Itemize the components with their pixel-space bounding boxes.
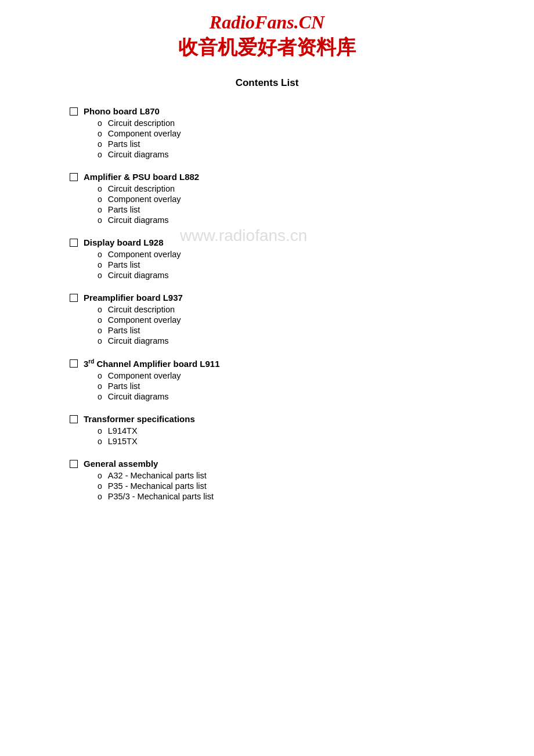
item-text: Parts list (108, 381, 140, 391)
item-text: Circuit description (108, 184, 175, 193)
item-text: Circuit diagrams (108, 392, 169, 401)
list-item: oL914TX (98, 426, 499, 435)
item-text: Parts list (108, 139, 140, 149)
list-item: oCircuit diagrams (98, 271, 499, 280)
item-text: Component overlay (108, 195, 181, 204)
checkbox-icon-phono (70, 107, 78, 116)
checkbox-icon-transformer (70, 415, 78, 423)
item-text: Parts list (108, 205, 140, 214)
bullet-icon: o (98, 381, 102, 391)
list-item: oA32 - Mechanical parts list (98, 471, 499, 480)
checkbox-icon-amplifier (70, 173, 78, 181)
page-header: RadioFans.CN 收音机爱好者资料库 (0, 0, 534, 67)
list-item: oParts list (98, 205, 499, 214)
item-text: L915TX (108, 437, 138, 446)
bullet-icon: o (98, 305, 102, 314)
section-title-phono: Phono board L870 (84, 106, 160, 116)
site-title-cn: 收音机爱好者资料库 (0, 34, 534, 61)
section-3rd-channel: 3rd Channel Amplifier board L911 oCompon… (70, 358, 499, 401)
bullet-icon: o (98, 139, 102, 149)
bullet-icon: o (98, 326, 102, 335)
list-item: oParts list (98, 260, 499, 269)
sub-list-general-assembly: oA32 - Mechanical parts list oP35 - Mech… (70, 471, 499, 501)
section-header-amplifier: Amplifier & PSU board L882 (70, 172, 499, 182)
section-header-phono: Phono board L870 (70, 106, 499, 116)
bullet-icon: o (98, 260, 102, 269)
item-text: Component overlay (108, 129, 181, 138)
list-item: oCircuit diagrams (98, 150, 499, 159)
item-text: Parts list (108, 260, 140, 269)
section-title-3rd-channel: 3rd Channel Amplifier board L911 (84, 358, 220, 369)
section-header-preamplifier: Preamplifier board L937 (70, 293, 499, 303)
bullet-icon: o (98, 315, 102, 325)
page-title: Contents List (0, 77, 534, 89)
bullet-icon: o (98, 129, 102, 138)
section-transformer: Transformer specifications oL914TX oL915… (70, 414, 499, 446)
sub-list-transformer: oL914TX oL915TX (70, 426, 499, 446)
bullet-icon: o (98, 426, 102, 435)
site-title-en: RadioFans.CN (0, 12, 534, 33)
item-text: Parts list (108, 326, 140, 335)
section-header-general-assembly: General assembly (70, 459, 499, 469)
sub-list-phono: oCircuit description oComponent overlay … (70, 118, 499, 159)
list-item: oL915TX (98, 437, 499, 446)
checkbox-icon-3rd-channel (70, 359, 78, 368)
section-phono-board: Phono board L870 oCircuit description oC… (70, 106, 499, 159)
bullet-icon: o (98, 371, 102, 380)
bullet-icon: o (98, 150, 102, 159)
bullet-icon: o (98, 195, 102, 204)
bullet-icon: o (98, 492, 102, 501)
section-general-assembly: General assembly oA32 - Mechanical parts… (70, 459, 499, 501)
list-item: oComponent overlay (98, 129, 499, 138)
item-text: A32 - Mechanical parts list (108, 471, 207, 480)
bullet-icon: o (98, 481, 102, 491)
bullet-icon: o (98, 215, 102, 225)
list-item: oCircuit description (98, 118, 499, 128)
list-item: oP35 - Mechanical parts list (98, 481, 499, 491)
list-item: oCircuit diagrams (98, 336, 499, 345)
bullet-icon: o (98, 392, 102, 401)
list-item: oParts list (98, 381, 499, 391)
list-item: oCircuit description (98, 305, 499, 314)
item-text: L914TX (108, 426, 138, 435)
item-text: Circuit description (108, 305, 175, 314)
section-title-general-assembly: General assembly (84, 459, 158, 469)
section-title-preamplifier: Preamplifier board L937 (84, 293, 183, 303)
sub-list-3rd-channel: oComponent overlay oParts list oCircuit … (70, 371, 499, 401)
item-text: Circuit diagrams (108, 336, 169, 345)
list-item: oComponent overlay (98, 195, 499, 204)
item-text: Component overlay (108, 371, 181, 380)
bullet-icon: o (98, 437, 102, 446)
list-item: oCircuit description (98, 184, 499, 193)
bullet-icon: o (98, 271, 102, 280)
bullet-icon: o (98, 118, 102, 128)
checkbox-icon-preamplifier (70, 294, 78, 302)
section-title-transformer: Transformer specifications (84, 414, 195, 424)
list-item: oParts list (98, 326, 499, 335)
item-text: Component overlay (108, 315, 181, 325)
section-display-board: Display board L928 oComponent overlay oP… (70, 237, 499, 280)
section-title-display: Display board L928 (84, 237, 164, 247)
item-text: P35/3 - Mechanical parts list (108, 492, 214, 501)
list-item: oCircuit diagrams (98, 392, 499, 401)
item-text: Circuit diagrams (108, 271, 169, 280)
section-preamplifier: Preamplifier board L937 oCircuit descrip… (70, 293, 499, 345)
bullet-icon: o (98, 184, 102, 193)
sub-list-preamplifier: oCircuit description oComponent overlay … (70, 305, 499, 345)
section-header-display: Display board L928 (70, 237, 499, 247)
bullet-icon: o (98, 471, 102, 480)
main-content: Phono board L870 oCircuit description oC… (0, 106, 534, 501)
checkbox-icon-general-assembly (70, 460, 78, 468)
list-item: oComponent overlay (98, 371, 499, 380)
sub-list-amplifier: oCircuit description oComponent overlay … (70, 184, 499, 225)
section-header-3rd-channel: 3rd Channel Amplifier board L911 (70, 358, 499, 369)
section-header-transformer: Transformer specifications (70, 414, 499, 424)
list-item: oComponent overlay (98, 250, 499, 259)
list-item: oP35/3 - Mechanical parts list (98, 492, 499, 501)
section-title-amplifier: Amplifier & PSU board L882 (84, 172, 199, 182)
list-item: oCircuit diagrams (98, 215, 499, 225)
item-text: Circuit description (108, 118, 175, 128)
section-amplifier-psu: Amplifier & PSU board L882 oCircuit desc… (70, 172, 499, 225)
list-item: oComponent overlay (98, 315, 499, 325)
checkbox-icon-display (70, 239, 78, 247)
